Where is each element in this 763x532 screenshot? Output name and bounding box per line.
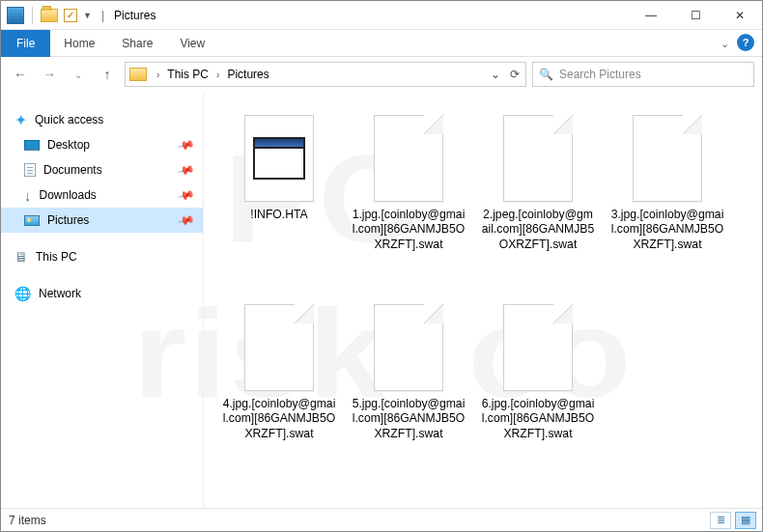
sidebar-item-label: Documents bbox=[43, 163, 102, 177]
file-item[interactable]: 2.jpeg.[coinloby@gmail.com][86GANMJB5OXR… bbox=[476, 109, 600, 298]
network-icon: 🌐 bbox=[14, 286, 31, 301]
pin-icon: 📌 bbox=[177, 135, 196, 154]
sidebar-item-label: Pictures bbox=[47, 213, 89, 227]
sidebar-item-desktop[interactable]: Desktop 📌 bbox=[1, 132, 203, 157]
breadcrumb-pictures[interactable]: Pictures bbox=[227, 68, 268, 81]
qat-dropdown-icon[interactable]: ▼ bbox=[83, 11, 92, 20]
file-thumbnail bbox=[244, 304, 314, 391]
maximize-button[interactable]: ☐ bbox=[673, 1, 718, 30]
qat-properties-icon[interactable]: ✓ bbox=[64, 9, 77, 22]
chevron-right-icon[interactable]: › bbox=[151, 70, 165, 80]
qat-folder-icon[interactable] bbox=[41, 9, 58, 22]
sidebar-item-downloads[interactable]: ↓ Downloads 📌 bbox=[1, 182, 203, 208]
refresh-button[interactable]: ⟳ bbox=[510, 68, 520, 81]
search-placeholder: Search Pictures bbox=[559, 68, 641, 81]
search-icon: 🔍 bbox=[539, 68, 553, 81]
search-input[interactable]: 🔍 Search Pictures bbox=[532, 62, 754, 87]
recent-locations-icon[interactable]: ⌄ bbox=[67, 63, 90, 86]
file-item[interactable]: 4.jpg.[coinloby@gmail.com][86GANMJB5OXRZ… bbox=[217, 298, 341, 488]
tab-view[interactable]: View bbox=[166, 30, 218, 57]
file-item[interactable]: 1.jpg.[coinloby@gmail.com][86GANMJB5OXRZ… bbox=[347, 109, 470, 298]
sidebar-quick-access[interactable]: ✦ Quick access bbox=[1, 107, 203, 132]
file-name: 5.jpg.[coinloby@gmail.com][86GANMJB5OXRZ… bbox=[351, 397, 466, 441]
file-item[interactable]: 6.jpg.[coinloby@gmail.com][86GANMJB5OXRZ… bbox=[476, 298, 600, 488]
ribbon-tabs: File Home Share View ⌄ ? bbox=[1, 30, 762, 57]
navbar: ← → ⌄ ↑ › This PC › Pictures ⌄ ⟳ 🔍 Searc… bbox=[1, 57, 762, 92]
help-button[interactable]: ? bbox=[737, 34, 754, 51]
title-separator: | bbox=[101, 9, 104, 22]
up-button[interactable]: ↑ bbox=[96, 63, 119, 86]
window-icon[interactable] bbox=[7, 7, 24, 24]
file-name: 4.jpg.[coinloby@gmail.com][86GANMJB5OXRZ… bbox=[221, 397, 337, 441]
address-dropdown-icon[interactable]: ⌄ bbox=[491, 68, 500, 81]
hta-app-icon bbox=[253, 137, 305, 180]
details-view-button[interactable]: ≣ bbox=[710, 512, 731, 529]
tab-home[interactable]: Home bbox=[50, 30, 108, 57]
sidebar-item-label: Network bbox=[39, 287, 81, 300]
forward-button[interactable]: → bbox=[38, 63, 61, 86]
item-count: 7 items bbox=[9, 514, 46, 527]
pin-icon: 📌 bbox=[177, 185, 196, 205]
back-button[interactable]: ← bbox=[9, 63, 32, 86]
file-tab[interactable]: File bbox=[1, 30, 50, 57]
window-title: Pictures bbox=[114, 9, 155, 22]
close-button[interactable]: ✕ bbox=[718, 1, 762, 30]
star-icon: ✦ bbox=[14, 111, 27, 129]
address-folder-icon bbox=[129, 68, 147, 81]
document-icon bbox=[24, 163, 36, 177]
file-item[interactable]: 5.jpg.[coinloby@gmail.com][86GANMJB5OXRZ… bbox=[347, 298, 470, 488]
file-item[interactable]: 3.jpg.[coinloby@gmail.com][86GANMJB5OXRZ… bbox=[606, 109, 729, 298]
download-icon: ↓ bbox=[24, 187, 32, 204]
file-name: 3.jpg.[coinloby@gmail.com][86GANMJB5OXRZ… bbox=[609, 208, 725, 252]
sidebar-item-documents[interactable]: Documents 📌 bbox=[1, 157, 203, 182]
file-name: !INFO.HTA bbox=[250, 208, 307, 222]
file-item[interactable]: !INFO.HTA bbox=[217, 109, 341, 298]
file-name: 6.jpg.[coinloby@gmail.com][86GANMJB5OXRZ… bbox=[480, 397, 596, 441]
file-thumbnail bbox=[374, 115, 443, 202]
pin-icon: 📌 bbox=[177, 210, 196, 230]
tab-share[interactable]: Share bbox=[108, 30, 166, 57]
file-name: 1.jpg.[coinloby@gmail.com][86GANMJB5OXRZ… bbox=[351, 208, 466, 252]
address-bar[interactable]: › This PC › Pictures ⌄ ⟳ bbox=[125, 62, 526, 87]
status-bar: 7 items ≣ ▦ bbox=[1, 508, 762, 531]
minimize-button[interactable]: — bbox=[629, 1, 673, 30]
sidebar-item-label: Downloads bbox=[40, 188, 97, 202]
file-thumbnail bbox=[244, 115, 314, 202]
sidebar-item-pictures[interactable]: Pictures 📌 bbox=[1, 208, 203, 233]
pc-icon: 🖥 bbox=[14, 249, 28, 265]
sidebar-network[interactable]: 🌐 Network bbox=[1, 281, 203, 306]
file-thumbnail bbox=[503, 115, 573, 202]
sidebar-item-label: Quick access bbox=[35, 113, 103, 126]
expand-ribbon-icon[interactable]: ⌄ bbox=[721, 38, 729, 50]
desktop-icon bbox=[24, 140, 40, 151]
icons-view-button[interactable]: ▦ bbox=[735, 512, 756, 529]
sidebar-item-label: Desktop bbox=[47, 138, 90, 152]
file-thumbnail bbox=[374, 304, 443, 391]
pin-icon: 📌 bbox=[177, 160, 196, 180]
pictures-icon bbox=[24, 215, 40, 226]
titlebar: ✓ ▼ | Pictures — ☐ ✕ bbox=[1, 1, 762, 30]
file-name: 2.jpeg.[coinloby@gmail.com][86GANMJB5OXR… bbox=[480, 208, 596, 252]
file-thumbnail bbox=[503, 304, 573, 391]
file-thumbnail bbox=[633, 115, 702, 202]
sidebar-item-label: This PC bbox=[36, 250, 77, 264]
navigation-pane: ✦ Quick access Desktop 📌 Documents 📌 ↓ D… bbox=[1, 92, 204, 508]
sidebar-this-pc[interactable]: 🖥 This PC bbox=[1, 244, 203, 269]
chevron-right-icon[interactable]: › bbox=[211, 70, 225, 80]
breadcrumb-thispc[interactable]: This PC bbox=[167, 68, 209, 81]
file-list[interactable]: !INFO.HTA 1.jpg.[coinloby@gmail.com][86G… bbox=[204, 92, 762, 508]
